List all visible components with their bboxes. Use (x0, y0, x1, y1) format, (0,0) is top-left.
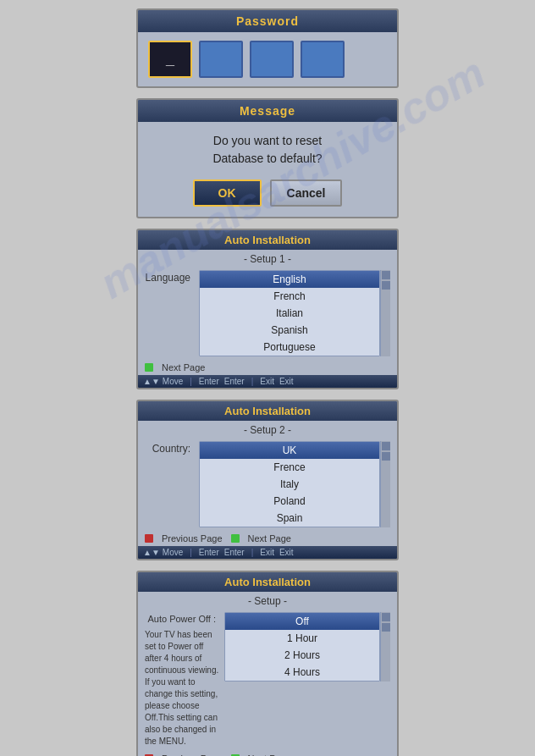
move-label-2: Move (163, 548, 183, 557)
next-page-text-2: Next Page (248, 533, 291, 544)
language-label: Language (145, 270, 196, 284)
bottom-enter: Enter Enter (199, 377, 245, 386)
country-scroll-up-icon[interactable] (382, 442, 390, 450)
language-list: English French Italian Spanish Portugues… (199, 270, 380, 356)
exit-label-1: Exit (260, 377, 274, 386)
ok-button[interactable]: OK (193, 179, 262, 207)
scroll-down-icon[interactable] (382, 281, 390, 290)
enter-label-2a: Enter (199, 548, 219, 557)
language-list-scroll[interactable] (380, 270, 390, 356)
next-page-indicator (145, 363, 153, 372)
power-off-item-2h[interactable]: 2 Hours (225, 647, 379, 664)
next-page-indicator-2 (231, 534, 240, 543)
exit-label-2: Exit (279, 377, 294, 386)
exit-label-2b: Exit (279, 548, 294, 557)
bottom-move-2: ▲▼ Move (143, 548, 183, 557)
country-item-frence[interactable]: Frence (200, 459, 379, 476)
enter-label-2b: Enter (224, 548, 245, 557)
scroll-up-icon[interactable] (382, 271, 390, 279)
power-off-item-off[interactable]: Off (225, 613, 379, 630)
enter-label-1: Enter (199, 377, 219, 386)
auto-header-2-title: Auto Installation (224, 405, 311, 417)
setup-label-1: - Setup 1 - (138, 250, 397, 267)
password-box-4[interactable] (301, 41, 345, 78)
language-item-spanish[interactable]: Spanish (200, 322, 379, 339)
language-item-english[interactable]: English (200, 271, 379, 288)
password-box-3[interactable] (250, 41, 294, 78)
move-arrow-icon: ▲▼ (143, 377, 160, 386)
message-title: Message (240, 104, 295, 118)
power-off-row: Auto Power Off : Your TV has been set to… (138, 609, 397, 751)
country-list-area: Country: UK Frence Italy Poland Spain (138, 438, 397, 531)
enter-label-2: Enter (224, 377, 245, 386)
nav-row-1: Next Page (138, 360, 397, 375)
bottom-bar-1: ▲▼ Move | Enter Enter | Exit Exit (138, 375, 397, 388)
move-arrow-icon-2: ▲▼ (143, 548, 160, 557)
message-panel: Message Do you want to reset Database to… (136, 98, 399, 218)
setup-label-3: - Setup - (138, 592, 397, 609)
country-item-spain[interactable]: Spain (200, 510, 379, 527)
power-off-list-scroll[interactable] (380, 612, 390, 682)
power-off-scroll-up-icon[interactable] (382, 613, 390, 621)
language-item-portuguese[interactable]: Portuguese (200, 339, 379, 356)
password-box-1[interactable] (148, 41, 192, 78)
power-off-item-1h[interactable]: 1 Hour (225, 630, 379, 647)
password-title: Password (236, 14, 299, 28)
auto-install-panel-3: Auto Installation - Setup - Auto Power O… (136, 571, 399, 756)
auto-header-1: Auto Installation (138, 230, 397, 250)
prev-page-text-2: Previous Page (162, 533, 223, 544)
country-item-italy[interactable]: Italy (200, 476, 379, 493)
power-off-list-container: Off 1 Hour 2 Hours 4 Hours (224, 612, 390, 682)
bottom-bar-2: ▲▼ Move | Enter Enter | Exit Exit (138, 546, 397, 559)
language-item-italian[interactable]: Italian (200, 305, 379, 322)
bottom-enter-2: Enter Enter (199, 548, 245, 557)
bottom-exit-2: Exit Exit (260, 548, 293, 557)
auto-header-2: Auto Installation (138, 401, 397, 421)
language-list-area: Language English French Italian Spanish … (138, 267, 397, 360)
bottom-move: ▲▼ Move (143, 377, 183, 386)
auto-header-3-title: Auto Installation (224, 576, 311, 588)
power-off-desc: Your TV has been set to Power off after … (145, 629, 221, 748)
cancel-button[interactable]: Cancel (270, 179, 343, 207)
auto-install-panel-1: Auto Installation - Setup 1 - Language E… (136, 229, 399, 389)
country-list-scroll[interactable] (380, 441, 390, 527)
password-panel: Password (136, 8, 399, 88)
bottom-exit: Exit Exit (260, 377, 293, 386)
language-list-container: English French Italian Spanish Portugues… (199, 270, 390, 356)
auto-header-3: Auto Installation (138, 572, 397, 592)
country-label: Country: (145, 441, 196, 455)
password-boxes (138, 32, 397, 86)
nav-row-3: Previous Page Next Page (138, 751, 397, 756)
message-buttons: OK Cancel (152, 179, 383, 207)
auto-install-panel-2: Auto Installation - Setup 2 - Country: U… (136, 400, 399, 560)
setup-label-2: - Setup 2 - (138, 421, 397, 438)
exit-label-2a: Exit (260, 548, 274, 557)
language-item-french[interactable]: French (200, 288, 379, 305)
power-off-label: Auto Power Off : (147, 612, 221, 624)
password-header: Password (138, 10, 397, 32)
power-off-scroll-down-icon[interactable] (382, 623, 390, 632)
next-page-text: Next Page (162, 362, 205, 372)
country-item-poland[interactable]: Poland (200, 493, 379, 510)
country-item-uk[interactable]: UK (200, 442, 379, 459)
power-off-item-4h[interactable]: 4 Hours (225, 664, 379, 681)
message-header: Message (138, 100, 397, 122)
move-label: Move (163, 377, 183, 386)
password-box-2[interactable] (199, 41, 243, 78)
country-list: UK Frence Italy Poland Spain (199, 441, 380, 527)
power-off-left: Auto Power Off : Your TV has been set to… (145, 612, 221, 748)
message-body: Do you want to reset Database to default… (138, 122, 397, 217)
prev-page-indicator-2 (145, 534, 153, 543)
power-off-list: Off 1 Hour 2 Hours 4 Hours (224, 612, 380, 682)
message-text: Do you want to reset Database to default… (152, 132, 383, 168)
country-list-container: UK Frence Italy Poland Spain (199, 441, 390, 527)
country-scroll-down-icon[interactable] (382, 452, 390, 461)
nav-row-2: Previous Page Next Page (138, 531, 397, 546)
auto-header-1-title: Auto Installation (224, 234, 311, 246)
